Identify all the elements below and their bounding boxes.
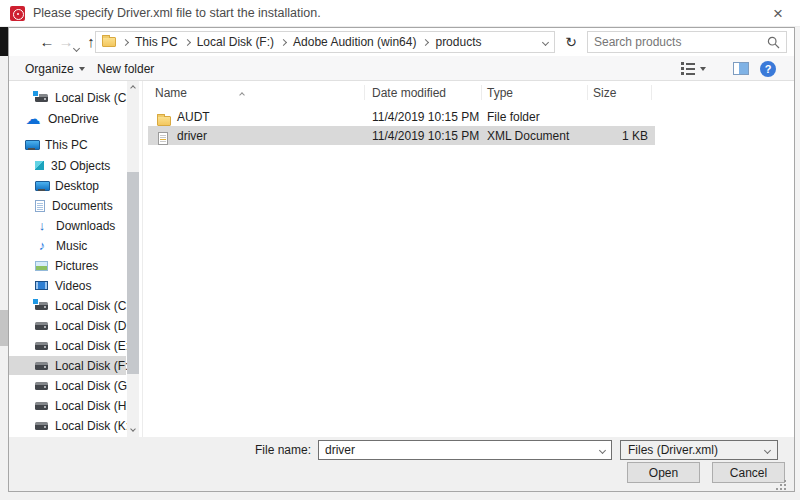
sidebar-item-label: Local Disk (K:) <box>55 419 133 433</box>
chevron-down-icon[interactable] <box>599 446 606 453</box>
sidebar-item-local-disk-g[interactable]: Local Disk (G:) <box>9 376 126 395</box>
down-arrow-icon: ↓ <box>35 220 49 232</box>
file-row-driver[interactable]: driver 11/4/2019 10:15 PM XML Document 1… <box>148 126 655 145</box>
sidebar-item-label: Music <box>56 239 87 253</box>
column-divider[interactable] <box>481 85 482 100</box>
preview-pane-icon <box>733 62 749 75</box>
column-header-name[interactable]: Name <box>155 84 187 102</box>
drive-icon <box>35 322 48 330</box>
search-input[interactable] <box>594 35 767 49</box>
background-window-gray-block <box>0 310 8 346</box>
cloud-icon: ☁ <box>25 114 41 124</box>
sidebar-item-label: Local Disk (H:) <box>55 399 134 413</box>
sidebar-item-local-disk-d[interactable]: Local Disk (D:) <box>9 316 126 335</box>
sidebar-item-label: Local Disk (C:) <box>55 299 134 313</box>
sidebar-item-local-disk-h[interactable]: Local Disk (H:) <box>9 396 126 415</box>
sidebar-item-label: Videos <box>55 279 91 293</box>
breadcrumb-separator-icon <box>122 38 129 45</box>
column-header-type[interactable]: Type <box>487 84 513 102</box>
sidebar-item-videos[interactable]: Videos <box>9 276 126 295</box>
forward-button[interactable]: → <box>57 29 75 55</box>
file-name-combo <box>318 440 612 460</box>
preview-pane-button[interactable] <box>733 56 749 81</box>
cancel-button[interactable]: Cancel <box>712 462 785 483</box>
sidebar-item-local-disk-k[interactable]: Local Disk (K:) <box>9 416 126 435</box>
sidebar-item-label: Documents <box>52 199 113 213</box>
file-type: XML Document <box>487 129 569 143</box>
document-icon <box>35 200 45 212</box>
new-folder-label: New folder <box>97 62 154 76</box>
new-folder-button[interactable]: New folder <box>97 56 154 81</box>
column-divider[interactable] <box>587 85 588 100</box>
sidebar-item-label: Local Disk (C:) <box>55 91 134 105</box>
background-window-bottom-sliver <box>0 492 800 500</box>
history-dropdown-button[interactable] <box>74 40 79 54</box>
file-type: File folder <box>487 110 540 124</box>
view-options-button[interactable] <box>681 56 706 81</box>
drive-icon <box>35 362 48 370</box>
breadcrumb-this-pc[interactable]: This PC <box>135 35 178 49</box>
column-divider[interactable] <box>364 85 365 100</box>
drive-icon <box>35 94 48 102</box>
refresh-button[interactable]: ↻ <box>558 31 584 53</box>
sidebar-item-pictures[interactable]: Pictures <box>9 256 126 275</box>
sidebar-item-local-disk-c[interactable]: Local Disk (C:) <box>9 296 126 315</box>
file-name-input[interactable] <box>325 443 600 457</box>
folder-icon <box>102 37 116 47</box>
file-type-select[interactable]: Files (Driver.xml) <box>620 440 778 460</box>
sidebar-item-onedrive[interactable]: ☁OneDrive <box>9 109 126 128</box>
column-header-date-modified[interactable]: Date modified <box>372 84 446 102</box>
breadcrumb-local-disk-f[interactable]: Local Disk (F:) <box>197 35 274 49</box>
breadcrumb-adobe-audition[interactable]: Adobe Audition (win64) <box>293 35 416 49</box>
picture-icon <box>35 261 48 271</box>
caret-down-icon <box>700 67 706 71</box>
sidebar-item-local-disk-c-top[interactable]: Local Disk (C:) <box>9 88 126 107</box>
search-box <box>587 31 787 53</box>
column-divider[interactable] <box>651 85 652 100</box>
chevron-down-icon <box>130 426 136 432</box>
close-icon: × <box>773 4 783 24</box>
resize-grip[interactable] <box>776 480 786 490</box>
sidebar-item-local-disk-e[interactable]: Local Disk (E:) <box>9 336 126 355</box>
scroll-down-button[interactable] <box>127 423 139 435</box>
column-header-size[interactable]: Size <box>593 84 616 102</box>
scroll-up-button[interactable] <box>127 82 139 94</box>
file-row-audt[interactable]: AUDT 11/4/2019 10:15 PM File folder <box>148 107 655 126</box>
film-icon <box>35 281 48 290</box>
sidebar-item-local-disk-f[interactable]: Local Disk (F:) <box>9 356 126 375</box>
sidebar-item-label: This PC <box>45 138 88 152</box>
back-button[interactable]: ← <box>38 29 56 55</box>
sidebar-item-3d-objects[interactable]: 3D Objects <box>9 156 126 175</box>
chevron-down-icon <box>764 446 771 453</box>
refresh-icon: ↻ <box>565 34 577 50</box>
address-dropdown-chevron-icon[interactable] <box>542 38 549 45</box>
music-note-icon: ♪ <box>35 240 49 252</box>
window-title: Please specify Driver.xml file to start … <box>33 0 321 27</box>
file-name: driver <box>177 129 207 143</box>
sidebar-item-music[interactable]: ♪Music <box>9 236 126 255</box>
sidebar-item-label: OneDrive <box>48 112 99 126</box>
folder-icon <box>157 116 171 126</box>
sidebar-item-label: Desktop <box>55 179 99 193</box>
breadcrumb-products[interactable]: products <box>435 35 481 49</box>
drive-icon <box>35 382 48 390</box>
sidebar-item-desktop[interactable]: Desktop <box>9 176 126 195</box>
file-name-label: File name: <box>223 440 311 460</box>
background-window-left-sliver <box>0 27 8 492</box>
sidebar-item-downloads[interactable]: ↓Downloads <box>9 216 126 235</box>
address-bar[interactable]: This PC Local Disk (F:) Adobe Audition (… <box>95 31 555 53</box>
sidebar-scrollbar-thumb[interactable] <box>127 172 139 374</box>
sidebar-item-documents[interactable]: Documents <box>9 196 126 215</box>
organize-button[interactable]: Organize <box>25 56 85 81</box>
help-button[interactable]: ? <box>760 56 776 81</box>
open-button[interactable]: Open <box>627 462 700 483</box>
drive-icon <box>35 402 48 410</box>
drive-icon <box>35 302 48 310</box>
sidebar-item-label: Local Disk (E:) <box>55 339 133 353</box>
title-bar: Please specify Driver.xml file to start … <box>0 0 800 27</box>
close-button[interactable]: × <box>756 0 800 27</box>
file-date: 11/4/2019 10:15 PM <box>372 110 479 124</box>
sidebar-item-this-pc[interactable]: This PC <box>9 135 126 154</box>
background-window-dark-strip <box>0 27 8 56</box>
sidebar-divider <box>142 81 143 437</box>
